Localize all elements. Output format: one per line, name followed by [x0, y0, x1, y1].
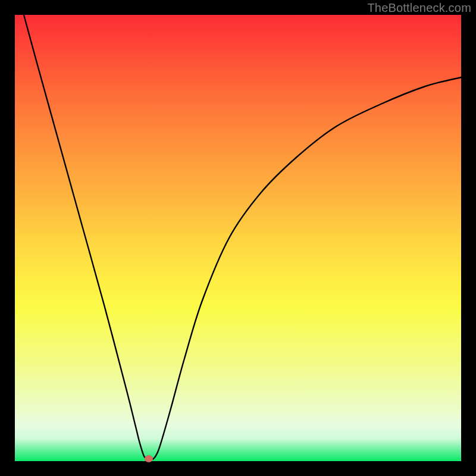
- curve-path: [24, 15, 461, 459]
- plot-area: [15, 15, 461, 461]
- optimal-point-marker: [145, 455, 153, 462]
- bottleneck-curve: [15, 15, 461, 461]
- watermark-text: TheBottleneck.com: [367, 1, 471, 15]
- chart-frame: TheBottleneck.com: [0, 0, 476, 476]
